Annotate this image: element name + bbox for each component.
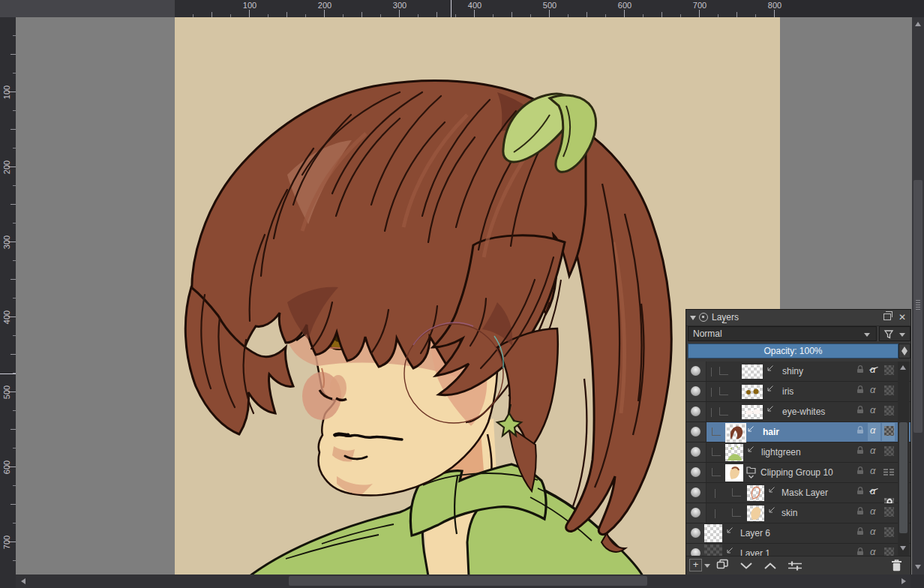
layer-thumbnail[interactable] [742, 385, 763, 399]
layer-name[interactable]: iris [782, 386, 794, 397]
eye-icon[interactable] [691, 427, 700, 436]
visibility-cell[interactable] [686, 483, 706, 502]
add-layer-button[interactable]: + [689, 559, 702, 572]
layer-row[interactable]: lightgreen α [686, 442, 910, 463]
layer-row[interactable]: Layer 6 α [686, 524, 910, 544]
layer-thumbnail[interactable] [747, 485, 764, 501]
alpha-channel-icon[interactable] [884, 365, 894, 375]
alpha-channel-icon[interactable] [884, 386, 894, 395]
layer-name[interactable]: Layer 1 [740, 548, 770, 556]
alpha-channel-icon[interactable] [884, 426, 894, 436]
blend-mode-dropdown[interactable]: Normal [688, 326, 877, 341]
alpha-icon[interactable]: α [870, 384, 875, 395]
list-scroll-thumb[interactable] [899, 422, 908, 533]
layer-thumbnail[interactable] [725, 423, 746, 444]
layer-name[interactable]: skin [782, 508, 797, 518]
collapse-arrow-icon[interactable] [690, 316, 696, 320]
alpha-inherit-icon[interactable]: α [870, 364, 875, 375]
lock-icon[interactable] [856, 487, 864, 495]
delete-layer-icon[interactable] [890, 558, 903, 572]
layer-row[interactable]: skin α [686, 503, 910, 524]
layer-name[interactable]: Clipping Group 10 [760, 467, 833, 478]
layer-thumbnail[interactable] [747, 506, 764, 521]
layer-thumbnail[interactable] [725, 444, 743, 461]
alpha-icon[interactable]: α [870, 526, 875, 537]
visibility-cell[interactable] [686, 544, 706, 556]
visibility-cell[interactable] [686, 382, 706, 401]
lock-icon[interactable] [856, 406, 864, 414]
layer-row[interactable]: Clipping Group 10 α [686, 463, 910, 483]
lock-icon[interactable] [856, 386, 864, 394]
visibility-cell[interactable] [686, 463, 706, 482]
visibility-cell[interactable] [686, 422, 706, 442]
lock-icon[interactable] [856, 466, 864, 475]
scroll-up-icon[interactable] [915, 22, 921, 26]
lock-icon[interactable] [856, 446, 864, 454]
eye-icon[interactable] [691, 488, 700, 497]
alpha-inherit-icon[interactable]: α [870, 485, 875, 496]
alpha-channel-icon[interactable] [884, 527, 894, 537]
opacity-spinbox[interactable] [898, 344, 910, 358]
opacity-slider[interactable]: Opacity: 100% [688, 344, 898, 358]
alpha-icon[interactable]: α [870, 445, 875, 456]
horizontal-scroll-thumb[interactable] [289, 576, 647, 586]
alpha-icon[interactable]: α [870, 465, 875, 476]
visibility-cell[interactable] [686, 362, 706, 381]
lock-icon[interactable] [856, 527, 864, 536]
layer-name[interactable]: lightgreen [761, 447, 801, 458]
visibility-cell[interactable] [686, 503, 706, 523]
layer-properties-icon[interactable] [787, 560, 803, 572]
close-icon[interactable]: ✕ [898, 312, 906, 322]
scroll-right-icon[interactable] [902, 578, 906, 584]
layer-thumbnail[interactable] [742, 364, 763, 379]
alpha-channel-icon[interactable] [884, 446, 894, 456]
docker-titlebar[interactable]: Layers ✕ [686, 310, 910, 326]
spin-down-icon[interactable] [902, 351, 908, 356]
alpha-icon[interactable]: α [870, 506, 875, 517]
lock-icon[interactable] [856, 365, 864, 374]
alpha-channel-icon[interactable] [884, 406, 894, 416]
eye-icon[interactable] [691, 528, 700, 538]
layer-row[interactable]: Layer 1 α [686, 544, 910, 556]
layer-row-selected[interactable]: hair α [686, 422, 910, 442]
visibility-cell[interactable] [686, 442, 706, 462]
layer-name[interactable]: hair [763, 427, 779, 437]
vertical-scroll-thumb[interactable] [914, 180, 922, 433]
eye-icon[interactable] [691, 447, 700, 457]
lock-icon[interactable] [856, 426, 864, 434]
layer-row[interactable]: shiny α [686, 362, 910, 382]
eye-icon[interactable] [691, 548, 700, 556]
eye-icon[interactable] [691, 508, 700, 518]
float-window-icon[interactable] [884, 314, 891, 320]
visibility-cell[interactable] [686, 402, 706, 422]
alpha-channel-icon[interactable] [884, 548, 894, 556]
passthrough-stripes-icon[interactable] [883, 469, 895, 476]
alpha-icon[interactable]: α [870, 404, 875, 416]
alpha-icon[interactable]: α [870, 424, 875, 436]
layer-name[interactable]: Mask Layer [782, 488, 828, 498]
eye-icon[interactable] [691, 366, 700, 376]
lock-icon[interactable] [856, 507, 864, 515]
layer-row[interactable]: iris α [686, 382, 910, 402]
layer-name[interactable]: Layer 6 [740, 528, 770, 538]
move-layer-down-icon[interactable] [739, 562, 754, 570]
layer-thumbnail[interactable] [704, 544, 722, 556]
layer-thumbnail[interactable] [704, 524, 722, 542]
move-layer-up-icon[interactable] [763, 562, 778, 570]
layer-thumbnail[interactable] [742, 405, 763, 419]
layer-list-scrollbar[interactable] [898, 362, 909, 556]
canvas-vertical-scrollbar[interactable] [912, 17, 924, 574]
canvas-horizontal-scrollbar[interactable] [0, 574, 924, 588]
alpha-icon[interactable]: α [870, 546, 875, 556]
visibility-cell[interactable] [686, 524, 706, 543]
layer-thumbnail[interactable] [725, 464, 743, 482]
scroll-left-icon[interactable] [21, 578, 26, 584]
scroll-down-icon[interactable] [915, 565, 921, 569]
duplicate-layer-icon[interactable] [716, 559, 729, 570]
eye-icon[interactable] [691, 406, 700, 416]
eye-icon[interactable] [691, 467, 700, 477]
scroll-up-icon[interactable] [900, 365, 906, 370]
layer-name[interactable]: shiny [782, 366, 803, 376]
layer-filter-button[interactable] [879, 326, 910, 341]
layer-row[interactable]: Mask Layer α [686, 483, 910, 503]
